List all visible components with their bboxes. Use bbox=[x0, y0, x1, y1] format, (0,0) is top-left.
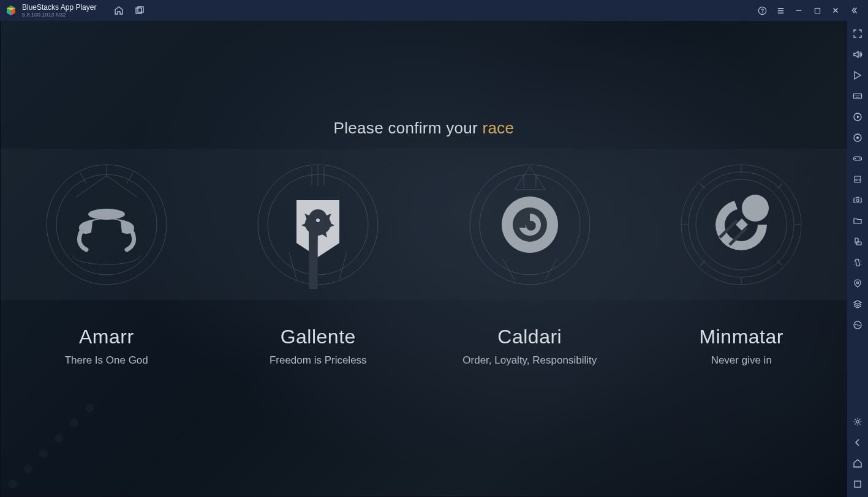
race-name: Caldari bbox=[424, 326, 635, 348]
svg-rect-9 bbox=[854, 157, 862, 160]
svg-point-37 bbox=[742, 195, 769, 222]
svg-point-11 bbox=[859, 159, 861, 160]
svg-point-3 bbox=[761, 12, 762, 13]
game-controls-icon[interactable] bbox=[850, 151, 866, 166]
shake-icon[interactable] bbox=[850, 255, 866, 271]
svg-point-24 bbox=[56, 174, 157, 275]
race-selection-strip bbox=[1, 149, 847, 300]
titlebar: BlueStacks App Player 5.8.100.1013 N32 bbox=[0, 0, 868, 21]
app-title-block: BlueStacks App Player 5.8.100.1013 N32 bbox=[22, 4, 96, 18]
screenshot-icon[interactable] bbox=[850, 192, 866, 208]
svg-rect-14 bbox=[854, 198, 861, 203]
location-icon[interactable] bbox=[850, 275, 866, 291]
play-store-icon[interactable] bbox=[850, 67, 866, 83]
heading-accent: race bbox=[483, 119, 515, 137]
confirm-race-heading: Please confirm your race bbox=[1, 119, 847, 138]
race-option-amarr[interactable] bbox=[42, 160, 171, 289]
race-motto: Freedom is Priceless bbox=[213, 354, 424, 367]
close-icon[interactable] bbox=[826, 2, 845, 18]
side-toolbar: APK bbox=[847, 21, 868, 497]
home-nav-icon[interactable] bbox=[850, 455, 866, 471]
svg-rect-33 bbox=[517, 222, 526, 228]
bluestacks-logo-icon bbox=[5, 4, 17, 17]
amarr-emblem-icon bbox=[42, 160, 171, 289]
hamburger-icon[interactable] bbox=[771, 2, 790, 18]
heading-prefix: Please confirm your bbox=[334, 119, 483, 137]
svg-point-10 bbox=[859, 158, 860, 159]
back-icon[interactable] bbox=[850, 435, 866, 450]
caldari-emblem-icon bbox=[466, 160, 594, 289]
race-option-gallente[interactable] bbox=[254, 160, 382, 289]
svg-text:APK: APK bbox=[855, 178, 861, 182]
home-icon[interactable] bbox=[111, 2, 127, 18]
race-option-minmatar[interactable] bbox=[677, 160, 806, 289]
app-version: 5.8.100.1013 N32 bbox=[22, 12, 96, 18]
keyboard-icon[interactable] bbox=[850, 88, 866, 104]
race-name: Amarr bbox=[1, 326, 212, 348]
svg-point-2 bbox=[758, 7, 766, 14]
rotate-icon[interactable] bbox=[850, 234, 866, 250]
collapse-sidebar-icon[interactable] bbox=[845, 2, 863, 18]
race-label-amarr: Amarr There Is One God bbox=[1, 326, 212, 367]
svg-point-21 bbox=[856, 420, 859, 423]
eco-mode-icon[interactable] bbox=[850, 317, 866, 333]
settings-icon[interactable] bbox=[850, 414, 866, 430]
fullscreen-icon[interactable] bbox=[850, 26, 866, 42]
app-title: BlueStacks App Player bbox=[22, 4, 96, 11]
race-name: Gallente bbox=[213, 326, 424, 348]
race-motto: There Is One God bbox=[1, 354, 212, 367]
race-motto: Order, Loyalty, Responsibility bbox=[424, 354, 635, 367]
apk-install-icon[interactable]: APK bbox=[850, 171, 866, 187]
svg-point-25 bbox=[88, 209, 125, 220]
svg-point-8 bbox=[856, 136, 859, 139]
recents-icon[interactable] bbox=[850, 476, 866, 492]
record-stop-icon[interactable] bbox=[850, 130, 866, 146]
svg-rect-5 bbox=[854, 94, 862, 99]
gallente-emblem-icon bbox=[254, 160, 382, 289]
race-motto: Never give in bbox=[636, 354, 847, 367]
record-start-icon[interactable] bbox=[850, 109, 866, 125]
svg-point-23 bbox=[47, 165, 167, 285]
svg-point-19 bbox=[856, 282, 858, 283]
race-label-gallente: Gallente Freedom is Priceless bbox=[213, 326, 424, 367]
media-folder-icon[interactable] bbox=[850, 213, 866, 229]
race-label-caldari: Caldari Order, Loyalty, Responsibility bbox=[424, 326, 635, 367]
race-option-caldari[interactable] bbox=[466, 160, 594, 289]
help-icon[interactable] bbox=[753, 2, 771, 18]
minimize-icon[interactable] bbox=[790, 2, 808, 18]
svg-point-28 bbox=[316, 219, 320, 222]
layers-icon[interactable] bbox=[850, 296, 866, 312]
svg-point-15 bbox=[856, 200, 859, 202]
minmatar-emblem-icon bbox=[677, 160, 806, 289]
race-label-minmatar: Minmatar Never give in bbox=[636, 326, 847, 367]
maximize-icon[interactable] bbox=[808, 2, 826, 18]
game-viewport: Please confirm your race bbox=[1, 21, 847, 496]
multi-instance-icon[interactable] bbox=[132, 2, 148, 18]
svg-rect-22 bbox=[855, 481, 861, 487]
volume-icon[interactable] bbox=[850, 47, 866, 62]
svg-rect-18 bbox=[855, 259, 859, 266]
race-name: Minmatar bbox=[636, 326, 847, 348]
race-labels-row: Amarr There Is One God Gallente Freedom … bbox=[1, 326, 847, 367]
svg-rect-4 bbox=[815, 8, 820, 13]
